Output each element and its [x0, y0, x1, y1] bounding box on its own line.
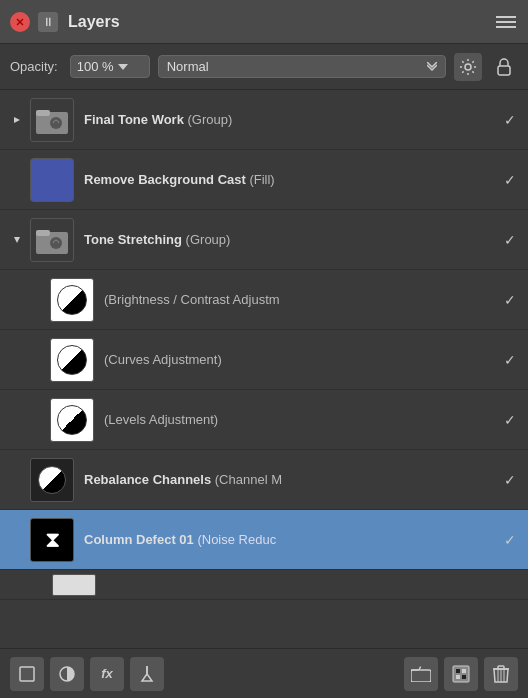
layer-name: Remove Background Cast (Fill): [84, 172, 494, 187]
fx-label: fx: [101, 666, 113, 681]
layer-row[interactable]: ▶ Rebalance Channels (Channel M ✓: [0, 450, 528, 510]
layer-visibility-check[interactable]: ✓: [500, 230, 520, 250]
new-layer-button[interactable]: [10, 657, 44, 691]
partial-thumbnail: [52, 574, 96, 596]
layer-name: Rebalance Channels (Channel M: [84, 472, 494, 487]
new-group-button[interactable]: [404, 657, 438, 691]
opacity-select[interactable]: 100 %: [70, 55, 150, 78]
svg-rect-17: [453, 666, 469, 682]
svg-point-12: [50, 237, 62, 249]
layer-thumbnail: [30, 458, 74, 502]
layer-name: (Brightness / Contrast Adjustm: [104, 292, 494, 307]
layer-visibility-check[interactable]: ✓: [500, 170, 520, 190]
layer-settings-button[interactable]: [454, 53, 482, 81]
mask-button[interactable]: [444, 657, 478, 691]
layer-row[interactable]: ▶ (Curves Adjustment) ✓: [0, 330, 528, 390]
layer-row[interactable]: ▶ (Brightness / Contrast Adjustm ✓: [0, 270, 528, 330]
svg-point-5: [465, 64, 471, 70]
layer-row[interactable]: ▶ Remove Background Cast (Fill) ✓: [0, 150, 528, 210]
svg-rect-18: [456, 669, 460, 673]
layer-row[interactable]: Tone Stretching (Group) ✓: [0, 210, 528, 270]
svg-rect-11: [36, 230, 50, 236]
fx-button[interactable]: fx: [90, 657, 124, 691]
layer-thumbnail: [50, 278, 94, 322]
layer-name: Column Defect 01 (Noise Reduc: [84, 532, 494, 547]
bottom-toolbar: fx: [0, 648, 528, 698]
layer-visibility-check[interactable]: ✓: [500, 530, 520, 550]
filter-button[interactable]: [130, 657, 164, 691]
adjustment-layer-button[interactable]: [50, 657, 84, 691]
expand-arrow[interactable]: [8, 111, 26, 129]
layer-row[interactable]: ▶ ⧗ Column Defect 01 (Noise Reduc ✓: [0, 510, 528, 570]
svg-rect-20: [456, 675, 460, 679]
layer-row[interactable]: ▶ (Levels Adjustment) ✓: [0, 390, 528, 450]
svg-rect-19: [462, 669, 466, 673]
title-bar: ⏸ Layers: [0, 0, 528, 44]
lock-button[interactable]: [490, 53, 518, 81]
panel-title: Layers: [68, 13, 494, 31]
layers-list: Final Tone Work (Group) ✓ ▶ Remove Backg…: [0, 90, 528, 648]
layer-name: (Levels Adjustment): [104, 412, 494, 427]
expand-arrow[interactable]: [8, 231, 26, 249]
layer-visibility-check[interactable]: ✓: [500, 410, 520, 430]
layer-name: Final Tone Work (Group): [84, 112, 494, 127]
layer-thumbnail: ⧗: [30, 518, 74, 562]
layer-thumbnail: [30, 158, 74, 202]
svg-point-9: [50, 117, 62, 129]
layer-thumbnail: [30, 218, 74, 262]
layer-visibility-check[interactable]: ✓: [500, 470, 520, 490]
opacity-label: Opacity:: [10, 59, 58, 74]
layer-thumbnail: [50, 398, 94, 442]
main-content: Opacity: 100 % Normal: [0, 44, 528, 698]
layer-visibility-check[interactable]: ✓: [500, 110, 520, 130]
layer-name: (Curves Adjustment): [104, 352, 494, 367]
close-button[interactable]: [10, 12, 30, 32]
layer-visibility-check[interactable]: ✓: [500, 350, 520, 370]
opacity-value: 100 %: [77, 59, 114, 74]
svg-rect-13: [20, 667, 34, 681]
blend-mode-value: Normal: [167, 59, 209, 74]
layer-name: Tone Stretching (Group): [84, 232, 494, 247]
hourglass-icon: ⧗: [45, 527, 60, 553]
opacity-row: Opacity: 100 % Normal: [0, 44, 528, 90]
layer-row-partial[interactable]: [0, 570, 528, 600]
svg-rect-6: [498, 66, 510, 75]
blend-mode-select[interactable]: Normal: [158, 55, 446, 78]
svg-rect-21: [462, 675, 466, 679]
layer-thumbnail: [30, 98, 74, 142]
pause-button[interactable]: ⏸: [38, 12, 58, 32]
svg-rect-16: [411, 670, 431, 682]
svg-rect-8: [36, 110, 50, 116]
layer-visibility-check[interactable]: ✓: [500, 290, 520, 310]
layer-row[interactable]: Final Tone Work (Group) ✓: [0, 90, 528, 150]
delete-layer-button[interactable]: [484, 657, 518, 691]
panel-menu-button[interactable]: [494, 10, 518, 34]
layer-thumbnail: [50, 338, 94, 382]
